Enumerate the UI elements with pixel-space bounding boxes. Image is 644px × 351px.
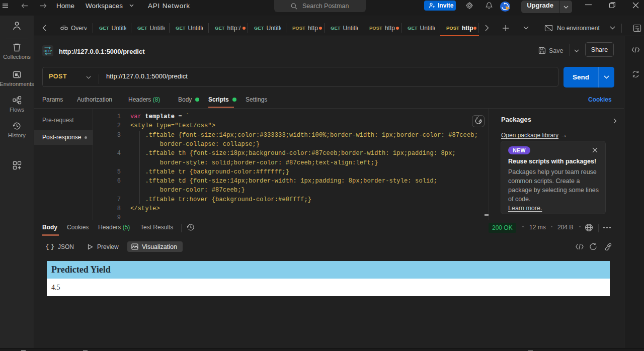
svg-text:HTTP: HTTP (44, 49, 52, 53)
